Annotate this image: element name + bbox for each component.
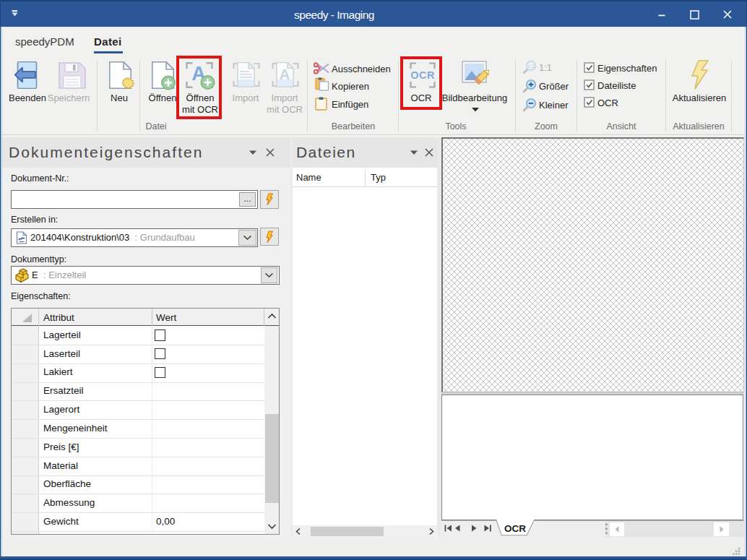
svg-text:1:1: 1:1 xyxy=(527,64,534,69)
